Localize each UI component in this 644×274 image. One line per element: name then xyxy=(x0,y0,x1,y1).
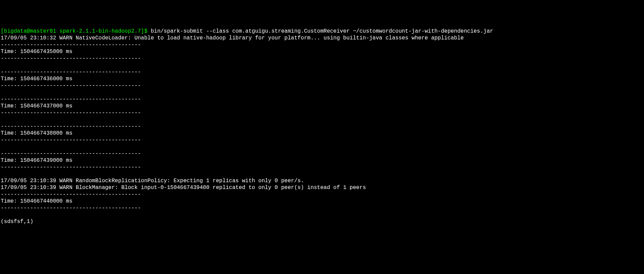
divider: ----------------------------------------… xyxy=(1,151,141,157)
warn-line-2: 17/09/05 23:10:39 WARN RandomBlockReplic… xyxy=(1,178,304,184)
time-label-4: Time: 1504667438000 ms xyxy=(1,130,72,136)
divider: ----------------------------------------… xyxy=(1,42,141,48)
divider: ----------------------------------------… xyxy=(1,69,141,75)
warn-line-1: 17/09/05 23:10:32 WARN NativeCodeLoader:… xyxy=(1,35,464,41)
divider: ----------------------------------------… xyxy=(1,110,141,116)
terminal-output[interactable]: [bigdata@master01 spark-2.1.1-bin-hadoop… xyxy=(1,28,643,225)
time-label-5: Time: 1504667439000 ms xyxy=(1,157,72,164)
time-label-3: Time: 1504667437000 ms xyxy=(1,103,72,109)
divider: ----------------------------------------… xyxy=(1,123,141,130)
divider: ----------------------------------------… xyxy=(1,83,141,89)
divider: ----------------------------------------… xyxy=(1,191,141,198)
divider: ----------------------------------------… xyxy=(1,137,141,143)
divider: ----------------------------------------… xyxy=(1,96,141,102)
command-input: bin/spark-submit --class com.atguigu.str… xyxy=(151,28,493,34)
result-output: (sdsfsf,1) xyxy=(1,219,33,225)
divider: ----------------------------------------… xyxy=(1,205,141,211)
time-label-1: Time: 1504667435000 ms xyxy=(1,49,72,55)
divider: ----------------------------------------… xyxy=(1,164,141,170)
time-label-2: Time: 1504667436000 ms xyxy=(1,76,72,82)
time-label-6: Time: 1504667440000 ms xyxy=(1,198,72,204)
divider: ----------------------------------------… xyxy=(1,55,141,62)
warn-line-3: 17/09/05 23:10:39 WARN BlockManager: Blo… xyxy=(1,185,366,191)
shell-prompt: [bigdata@master01 spark-2.1.1-bin-hadoop… xyxy=(1,28,151,34)
